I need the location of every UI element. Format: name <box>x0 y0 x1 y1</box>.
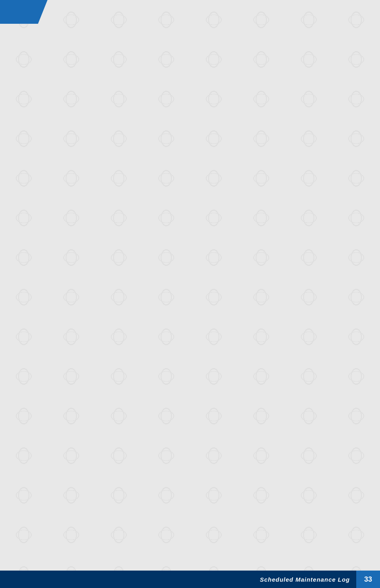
footer: Scheduled Maintenance Log 33 <box>0 571 380 588</box>
footer-label: Scheduled Maintenance Log <box>260 576 356 583</box>
footer-page-number: 33 <box>356 571 380 588</box>
footer-bar: Scheduled Maintenance Log 33 <box>0 571 380 588</box>
watermark-pattern <box>0 0 380 588</box>
